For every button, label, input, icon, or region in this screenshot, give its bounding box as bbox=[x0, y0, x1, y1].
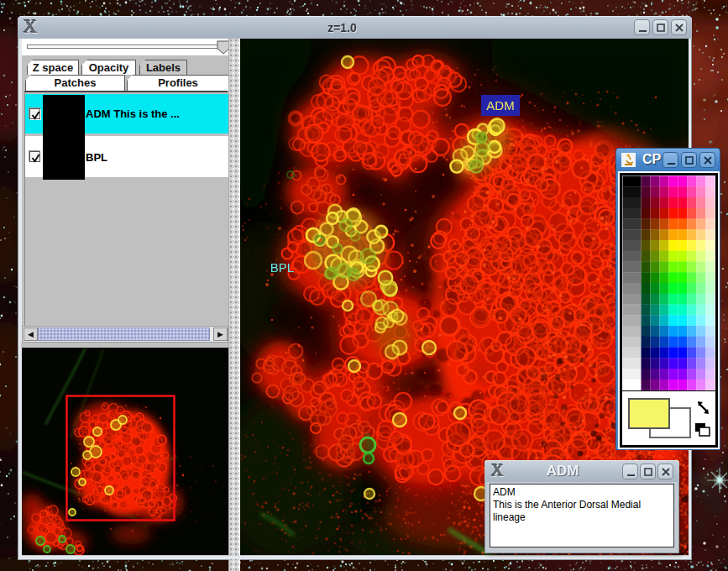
svg-text:ADM: ADM bbox=[486, 98, 514, 113]
svg-text:BPL: BPL bbox=[270, 260, 294, 275]
